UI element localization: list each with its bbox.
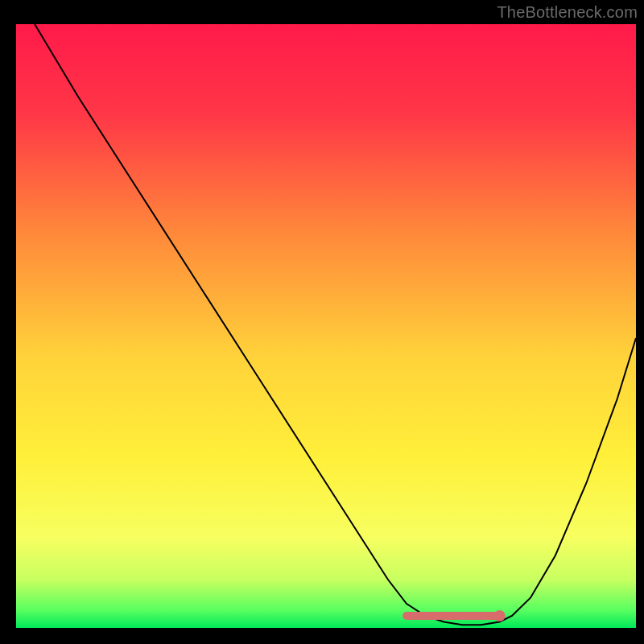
plot-background <box>16 24 636 628</box>
watermark-text: TheBottleneck.com <box>497 3 638 22</box>
bottleneck-chart <box>0 0 644 644</box>
highlight-marker-dot <box>494 610 506 621</box>
